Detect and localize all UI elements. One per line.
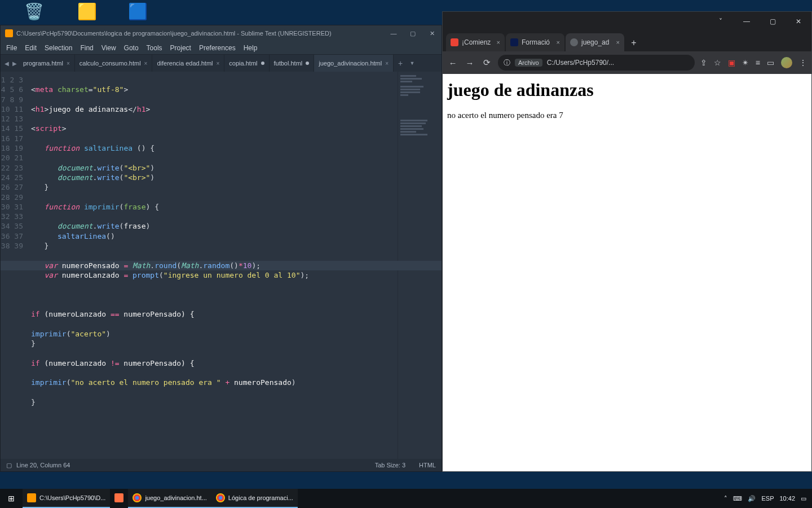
browser-tab[interactable]: Formació ×	[506, 33, 564, 51]
tab-close-icon[interactable]: ×	[616, 39, 620, 46]
tab-close-icon[interactable]: ×	[497, 39, 500, 46]
extension-icon[interactable]: ▣	[728, 58, 735, 67]
dirty-dot-icon	[261, 62, 264, 65]
sublime-titlebar[interactable]: C:\Users\PcHp5790\Documents\logica de pr…	[1, 25, 442, 41]
sublime-window: C:\Users\PcHp5790\Documents\logica de pr…	[0, 25, 442, 472]
minimize-button[interactable]: —	[734, 12, 760, 31]
page-text: no acerto el numero pensado era 7	[447, 111, 807, 120]
tray-language[interactable]: ESP	[761, 495, 774, 502]
app-icon: 🟨	[65, 2, 108, 21]
tab-overflow-button[interactable]: ▼	[407, 55, 417, 72]
share-icon[interactable]: ⇪	[700, 58, 707, 67]
new-tab-button[interactable]: +	[625, 34, 642, 51]
taskbar-label: Lógica de programaci...	[228, 494, 293, 501]
app-icon: 🟦	[116, 2, 159, 21]
forward-button[interactable]: →	[464, 58, 475, 68]
star-icon[interactable]: ☆	[714, 58, 721, 67]
tray-clock[interactable]: 10:42	[779, 495, 795, 502]
sublime-tabbar: ◀ ▶ programa.html× calculo_consumo.html×…	[1, 55, 442, 72]
menu-help[interactable]: Help	[244, 44, 258, 52]
tab-close-icon[interactable]: ×	[385, 60, 389, 67]
taskbar-item[interactable]: juego_adivinacion.ht...	[128, 489, 211, 508]
chrome-menu-icon[interactable]: ⋮	[799, 58, 807, 67]
desktop-icon-app2[interactable]: 🟦	[116, 2, 159, 22]
status-cursor[interactable]: Line 20, Column 64	[16, 462, 70, 468]
dirty-dot-icon	[306, 62, 309, 65]
tab-close-icon[interactable]: ×	[144, 60, 148, 67]
editor-tab[interactable]: calculo_consumo.html×	[75, 55, 153, 72]
menu-find[interactable]: Find	[80, 44, 93, 52]
code-area[interactable]: <meta charset="utf-8"> <h1>juego de adin…	[28, 72, 398, 459]
sublime-taskbar-icon	[27, 493, 36, 502]
menu-selection[interactable]: Selection	[45, 44, 72, 52]
file-favicon-icon	[570, 38, 578, 46]
tab-close-icon[interactable]: ×	[557, 39, 560, 46]
close-button[interactable]: ✕	[422, 25, 442, 41]
status-panel-icon[interactable]: ▢	[6, 462, 12, 469]
tab-nav-prev[interactable]: ◀	[3, 55, 11, 72]
tab-label: copia.html	[229, 60, 257, 67]
sublime-title-text: C:\Users\PcHp5790\Documents\logica de pr…	[16, 30, 332, 37]
status-tabsize[interactable]: Tab Size: 3	[375, 462, 405, 468]
maximize-button[interactable]: ▢	[760, 12, 785, 31]
menu-project[interactable]: Project	[170, 44, 191, 52]
browser-tab[interactable]: ¡Comienz ×	[446, 33, 505, 51]
trash-icon: 🗑️	[12, 2, 55, 21]
tab-label: Formació	[522, 38, 550, 46]
taskbar-label: juego_adivinacion.ht...	[145, 494, 206, 501]
tab-close-icon[interactable]: ×	[217, 60, 220, 67]
taskbar-item[interactable]	[110, 489, 128, 508]
profile-avatar-icon[interactable]	[781, 57, 792, 68]
menu-preferences[interactable]: Preferences	[199, 44, 236, 52]
desktop-icon-app1[interactable]: 🟨	[65, 2, 108, 22]
page-content: juego de adinanzas no acerto el numero p…	[443, 74, 811, 471]
sublime-icon	[5, 29, 13, 37]
close-button[interactable]: ✕	[785, 12, 811, 31]
tab-nav-next[interactable]: ▶	[11, 55, 19, 72]
url-text: C:/Users/PcHp5790/...	[547, 59, 614, 67]
status-lang[interactable]: HTML	[419, 462, 436, 468]
tray-overflow-icon[interactable]: ˄	[724, 495, 727, 502]
site-info-icon[interactable]: ⓘ	[504, 58, 510, 68]
tray-action-center-icon[interactable]: ▭	[801, 495, 806, 502]
reading-list-icon[interactable]: ≡	[756, 58, 760, 67]
editor-tab[interactable]: diferencia edad.html×	[152, 55, 224, 72]
minimize-button[interactable]: —	[384, 25, 403, 41]
menu-view[interactable]: View	[102, 44, 116, 52]
tray-volume-icon[interactable]: 🔊	[748, 495, 756, 502]
back-button[interactable]: ←	[447, 58, 458, 68]
desktop-icon-recycle[interactable]: 🗑️	[12, 2, 55, 22]
menu-tools[interactable]: Tools	[147, 44, 162, 52]
app-taskbar-icon	[114, 493, 123, 502]
editor-tab[interactable]: futbol.html	[270, 55, 315, 72]
menu-edit[interactable]: Edit	[25, 44, 37, 52]
maximize-button[interactable]: ▢	[403, 25, 422, 41]
tab-close-icon[interactable]: ×	[67, 60, 70, 67]
taskbar-item[interactable]: Lógica de programaci...	[211, 489, 298, 508]
editor-tab-active[interactable]: juego_adivinacion.html×	[314, 55, 394, 72]
tray-input-icon[interactable]: ⌨	[733, 495, 742, 502]
tab-new-button[interactable]: +	[394, 55, 407, 72]
editor-tab[interactable]: programa.html×	[19, 55, 75, 72]
reload-button[interactable]: ⟳	[481, 58, 492, 68]
start-button[interactable]: ⊞	[0, 494, 23, 503]
tab-label: juego_ad	[581, 38, 609, 46]
extensions-puzzle-icon[interactable]: ✴	[742, 58, 749, 67]
menu-file[interactable]: File	[6, 44, 17, 52]
editor-body: 1 2 3 4 5 6 7 8 9 10 11 12 13 14 15 16 1…	[1, 72, 442, 459]
browser-tab-active[interactable]: juego_ad ×	[566, 33, 624, 51]
sublime-statusbar: ▢ Line 20, Column 64 Tab Size: 3 HTML	[1, 459, 442, 471]
tab-label: futbol.html	[274, 60, 303, 67]
chrome-taskbar-icon	[216, 493, 225, 502]
tab-label: programa.html	[23, 60, 63, 67]
omnibox[interactable]: ⓘ Archivo C:/Users/PcHp5790/...	[498, 55, 695, 71]
gmail-favicon-icon	[451, 38, 458, 46]
menu-goto[interactable]: Goto	[124, 44, 139, 52]
taskbar-item[interactable]: C:\Users\PcHp5790\D...	[23, 489, 110, 508]
taskbar-label: C:\Users\PcHp5790\D...	[39, 494, 105, 501]
site-favicon-icon	[510, 38, 518, 46]
chrome-titlebar[interactable]: ˅ — ▢ ✕	[443, 12, 811, 31]
chrome-dropdown-button[interactable]: ˅	[708, 12, 734, 31]
side-panel-icon[interactable]: ▭	[767, 58, 774, 67]
editor-tab[interactable]: copia.html	[224, 55, 269, 72]
